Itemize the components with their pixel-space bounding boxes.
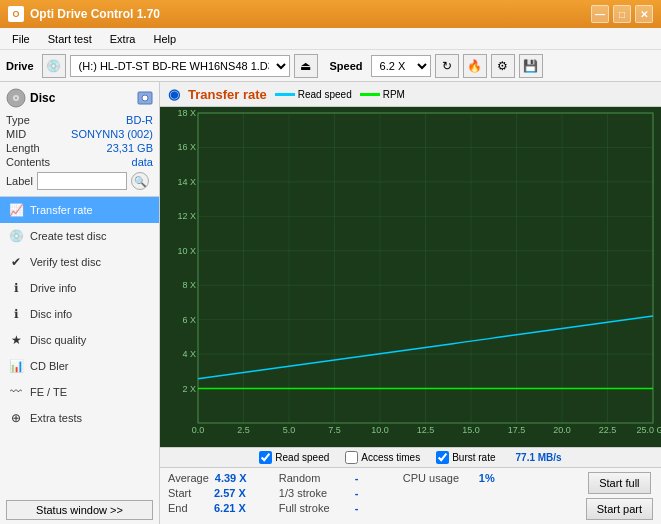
nav-disc-quality-icon: ★: [8, 332, 24, 348]
nav-transfer-rate[interactable]: 📈 Transfer rate: [0, 197, 159, 223]
disc-mid-row: MID SONYNN3 (002): [6, 128, 153, 140]
start-part-button[interactable]: Start part: [586, 498, 653, 520]
checkbox-read-speed-input[interactable]: [259, 451, 272, 464]
disc-length-row: Length 23,31 GB: [6, 142, 153, 154]
disc-panel: Disc Type BD-R MID SONYNN3 (002) Length …: [0, 82, 159, 197]
nav-create-icon: 💿: [8, 228, 24, 244]
disc-header: Disc: [6, 88, 153, 108]
app-title: Opti Drive Control 1.70: [30, 7, 160, 21]
nav-disc-info-icon: ℹ: [8, 306, 24, 322]
checkbox-access-times: Access times: [345, 451, 420, 464]
nav-create-test-disc[interactable]: 💿 Create test disc: [0, 223, 159, 249]
disc-label-button[interactable]: 🔍: [131, 172, 149, 190]
maximize-button[interactable]: □: [613, 5, 631, 23]
title-bar-left: O Opti Drive Control 1.70: [8, 6, 160, 22]
nav-extra-tests[interactable]: ⊕ Extra tests: [0, 405, 159, 431]
menu-extra[interactable]: Extra: [102, 31, 144, 47]
sidebar: Disc Type BD-R MID SONYNN3 (002) Length …: [0, 82, 160, 524]
stats-col-3: CPU usage 1%: [403, 472, 499, 520]
eject-button[interactable]: ⏏: [294, 54, 318, 78]
save-button[interactable]: 💾: [519, 54, 543, 78]
disc-icon: [6, 88, 26, 108]
drive-select[interactable]: (H:) HL-DT-ST BD-RE WH16NS48 1.D3: [70, 55, 290, 77]
legend-rpm: RPM: [360, 89, 405, 100]
stats-col-2: Random - 1/3 stroke - Full stroke -: [279, 472, 375, 520]
menu-help[interactable]: Help: [145, 31, 184, 47]
nav-disc-quality[interactable]: ★ Disc quality: [0, 327, 159, 353]
start-full-button[interactable]: Start full: [588, 472, 650, 494]
nav-cd-bler-icon: 📊: [8, 358, 24, 374]
nav-drive-info[interactable]: ℹ Drive info: [0, 275, 159, 301]
title-bar: O Opti Drive Control 1.70 — □ ✕: [0, 0, 661, 28]
disc-label-row: Label 🔍: [6, 172, 153, 190]
drive-label: Drive: [6, 60, 34, 72]
app-icon: O: [8, 6, 24, 22]
nav-disc-info[interactable]: ℹ Disc info: [0, 301, 159, 327]
nav-verify-icon: ✔: [8, 254, 24, 270]
stats-start-row: Start 2.57 X: [168, 487, 251, 499]
main-layout: Disc Type BD-R MID SONYNN3 (002) Length …: [0, 82, 661, 524]
chart-icon: ◉: [168, 86, 180, 102]
nav-fe-te-icon: 〰: [8, 384, 24, 400]
checkbox-burst-rate-input[interactable]: [436, 451, 449, 464]
legend-read-speed-color: [275, 93, 295, 96]
chart-header: ◉ Transfer rate Read speed RPM: [160, 82, 661, 107]
title-controls: — □ ✕: [591, 5, 653, 23]
speed-select[interactable]: 6.2 X: [371, 55, 431, 77]
minimize-button[interactable]: —: [591, 5, 609, 23]
menu-start-test[interactable]: Start test: [40, 31, 100, 47]
svg-point-2: [15, 97, 17, 99]
nav-cd-bler[interactable]: 📊 CD Bler: [0, 353, 159, 379]
checkbox-read-speed: Read speed: [259, 451, 329, 464]
legend-read-speed: Read speed: [275, 89, 352, 100]
refresh-button[interactable]: ↻: [435, 54, 459, 78]
nav-extra-tests-icon: ⊕: [8, 410, 24, 426]
chart-legend-row: Read speed Access times Burst rate 77.1 …: [160, 447, 661, 467]
settings-button[interactable]: ⚙: [491, 54, 515, 78]
disc-panel-title: Disc: [30, 91, 55, 105]
nav-transfer-rate-icon: 📈: [8, 202, 24, 218]
status-window-button[interactable]: Status window >>: [6, 500, 153, 520]
checkbox-burst-rate: Burst rate: [436, 451, 495, 464]
nav-fe-te[interactable]: 〰 FE / TE: [0, 379, 159, 405]
stats-col-1: Average 4.39 X Start 2.57 X End 6.21 X: [168, 472, 251, 520]
nav-drive-info-icon: ℹ: [8, 280, 24, 296]
chart-canvas: [160, 107, 661, 447]
drive-icon: 💿: [42, 54, 66, 78]
burn-button[interactable]: 🔥: [463, 54, 487, 78]
chart-container: [160, 107, 661, 447]
menu-bar: File Start test Extra Help: [0, 28, 661, 50]
nav-verify-test-disc[interactable]: ✔ Verify test disc: [0, 249, 159, 275]
stats-col-buttons: Start full Start part: [586, 472, 653, 520]
disc-label-input[interactable]: [37, 172, 127, 190]
disc-type-row: Type BD-R: [6, 114, 153, 126]
svg-point-4: [142, 95, 148, 101]
stats-stroke13-row: 1/3 stroke -: [279, 487, 375, 499]
stats-fullstroke-row: Full stroke -: [279, 502, 375, 514]
legend-rpm-color: [360, 93, 380, 96]
stats-average-row: Average 4.39 X: [168, 472, 251, 484]
disc-contents-row: Contents data: [6, 156, 153, 168]
content-area: ◉ Transfer rate Read speed RPM Read spee…: [160, 82, 661, 524]
speed-label: Speed: [330, 60, 363, 72]
stats-cpu-row: CPU usage 1%: [403, 472, 499, 484]
nav-items: 📈 Transfer rate 💿 Create test disc ✔ Ver…: [0, 197, 159, 496]
chart-title: Transfer rate: [188, 87, 267, 102]
disc-panel-icon: [137, 90, 153, 106]
stats-end-row: End 6.21 X: [168, 502, 251, 514]
stats-random-row: Random -: [279, 472, 375, 484]
stats-area: Average 4.39 X Start 2.57 X End 6.21 X R…: [160, 467, 661, 524]
burst-rate-value: 77.1 MB/s: [516, 452, 562, 463]
toolbar: Drive 💿 (H:) HL-DT-ST BD-RE WH16NS48 1.D…: [0, 50, 661, 82]
checkbox-access-times-input[interactable]: [345, 451, 358, 464]
close-button[interactable]: ✕: [635, 5, 653, 23]
menu-file[interactable]: File: [4, 31, 38, 47]
